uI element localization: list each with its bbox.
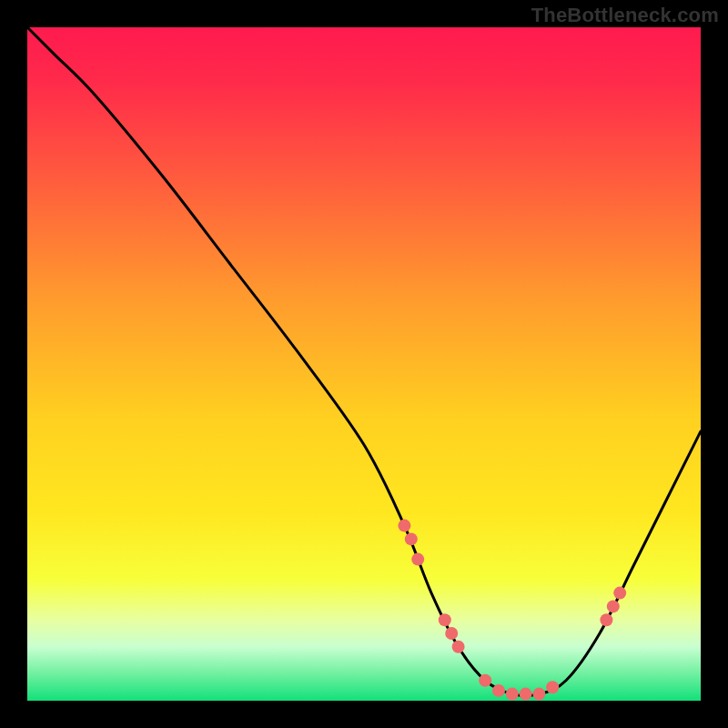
- chart-stage: TheBottleneck.com: [0, 0, 728, 728]
- curve-marker: [607, 600, 620, 612]
- curve-marker: [445, 627, 458, 640]
- gradient-background: [27, 27, 701, 701]
- curve-marker: [532, 688, 545, 701]
- plot-svg: [27, 27, 701, 701]
- curve-marker: [520, 688, 532, 701]
- watermark-text: TheBottleneck.com: [531, 4, 719, 27]
- curve-marker: [452, 641, 465, 653]
- curve-marker: [492, 684, 505, 697]
- curve-marker: [411, 553, 424, 566]
- curve-marker: [479, 674, 491, 687]
- plot-area: [27, 27, 701, 701]
- curve-marker: [600, 613, 612, 626]
- curve-marker: [439, 613, 451, 626]
- curve-marker: [546, 681, 559, 693]
- curve-marker: [506, 688, 519, 701]
- curve-marker: [405, 532, 418, 545]
- curve-marker: [398, 520, 410, 532]
- curve-marker: [613, 587, 626, 600]
